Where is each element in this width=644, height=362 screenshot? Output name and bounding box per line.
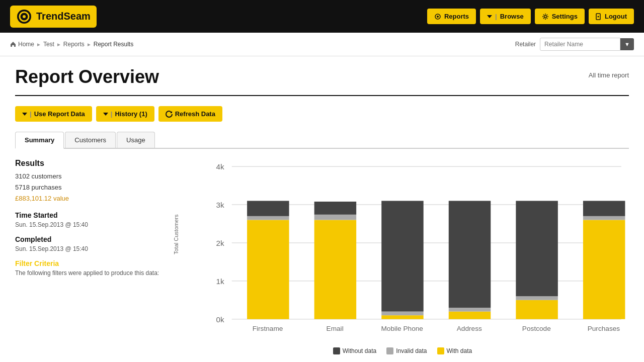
logo-icon [16,9,32,25]
svg-marker-5 [487,15,492,18]
bar-4-with-data [449,312,491,319]
svg-text:Email: Email [327,325,344,332]
bar-6-invalid-data [583,216,625,220]
retailer-dropdown-button[interactable]: ▼ [620,38,634,50]
bar-1-without-data [247,201,289,216]
bar-4-invalid-data [449,308,491,312]
tab-customers[interactable]: Customers [65,132,116,148]
chart-svg: 4k 3k 2k 1k 0k Firstname [201,159,629,342]
filter-criteria-label: Filter Criteria [15,259,166,267]
refresh-data-button[interactable]: Refresh Data [158,106,222,122]
retailer-name-input[interactable] [540,38,620,51]
legend-with-data-label: With data [447,347,472,354]
svg-point-4 [437,16,439,18]
svg-text:3k: 3k [216,201,224,209]
results-value: £883,101.12 value [15,193,166,204]
results-customers: 3102 customers [15,171,166,182]
chart-wrapper: Total Customers 4k 3k 2k 1k 0k [176,159,629,343]
bar-2-with-data [314,220,356,319]
breadcrumb-test[interactable]: Test [43,41,54,48]
svg-text:2k: 2k [216,239,224,247]
breadcrumb-home[interactable]: Home [18,41,34,48]
legend-without-data: Without data [333,347,376,354]
bar-3-without-data [381,201,423,311]
browse-dropdown-icon [487,14,492,19]
legend-invalid-data-label: Invalid data [396,347,427,354]
bar-2-invalid-data [314,215,356,220]
svg-text:1k: 1k [216,277,224,286]
reports-icon [434,13,441,20]
all-time-label: All time report [589,71,629,79]
time-started-label: Time Started [15,211,166,219]
svg-text:Mobile Phone: Mobile Phone [381,325,423,332]
svg-text:0k: 0k [216,315,224,324]
page-title: Report Overview [15,66,159,87]
history-dropdown-icon [103,112,108,117]
svg-point-8 [597,16,599,17]
svg-text:Postcode: Postcode [522,325,551,332]
breadcrumb: Home ► Test ► Reports ► Report Results [10,41,133,48]
nav-buttons: Reports | Browse Settings Logout [427,9,634,24]
logout-button[interactable]: Logout [589,9,634,24]
svg-point-6 [544,15,546,18]
legend-without-data-label: Without data [343,347,376,354]
svg-text:4k: 4k [216,162,224,171]
main-content: Report Overview All time report | Use Re… [0,56,644,362]
y-axis-label: Total Customers [173,214,179,254]
tab-usage[interactable]: Usage [117,132,155,148]
breadcrumb-current: Report Results [94,41,133,48]
legend-with-data-color [437,347,444,354]
legend-invalid-data: Invalid data [386,347,427,354]
results-purchases: 5718 purchases [15,182,166,193]
legend-without-data-color [333,347,340,354]
logo-text: TrendSeam [36,11,91,22]
content-area: Results 3102 customers 5718 purchases £8… [15,159,629,354]
legend-invalid-data-color [386,347,393,354]
use-report-data-button[interactable]: | Use Report Data [15,106,92,122]
refresh-icon [166,111,173,118]
settings-button[interactable]: Settings [535,9,585,24]
bar-3-with-data [381,315,423,319]
svg-text:Address: Address [457,325,482,332]
completed-label: Completed [15,235,166,243]
breadcrumb-bar: Home ► Test ► Reports ► Report Results R… [0,33,644,56]
toolbar: | Use Report Data | History (1) Refresh … [15,106,629,122]
legend-with-data: With data [437,347,472,354]
bar-5-without-data [516,201,557,296]
chart-legend: Without data Invalid data With data [176,347,629,354]
bar-1-invalid-data [247,216,289,220]
svg-marker-10 [103,113,108,116]
header: TrendSeam Reports | Browse Settings Logo… [0,0,644,33]
retailer-label: Retailer [515,41,536,48]
browse-button[interactable]: | Browse [480,9,531,24]
filter-desc: The following filters were applied to pr… [15,269,166,277]
settings-icon [542,13,549,20]
history-button[interactable]: | History (1) [96,106,154,122]
breadcrumb-reports[interactable]: Reports [63,41,85,48]
results-panel: Results 3102 customers 5718 purchases £8… [15,159,166,354]
reports-button[interactable]: Reports [427,9,476,24]
bar-6-with-data [583,220,625,319]
bar-2-without-data [314,202,356,215]
svg-text:Purchases: Purchases [588,325,620,332]
tabs: Summary Customers Usage [15,132,629,149]
time-started-value: Sun. 15.Sep.2013 @ 15:40 [15,221,166,228]
completed-value: Sun. 15.Sep.2013 @ 15:40 [15,245,166,252]
page-header: Report Overview All time report [15,66,629,96]
bar-6-without-data [583,201,625,216]
bar-1-with-data [247,220,289,319]
chart-area: Total Customers 4k 3k 2k 1k 0k [176,159,629,354]
bar-5-with-data [516,300,557,319]
svg-marker-9 [22,113,27,116]
logo: TrendSeam [10,6,97,28]
logout-icon [596,13,602,20]
retailer-area: Retailer ▼ [515,38,634,51]
bar-4-without-data [449,201,491,307]
svg-text:Firstname: Firstname [253,325,283,332]
bar-3-invalid-data [381,312,423,316]
svg-point-2 [23,15,26,18]
dropdown-icon [22,112,27,117]
bar-5-invalid-data [516,296,557,300]
home-icon [10,41,16,47]
tab-summary[interactable]: Summary [15,132,64,149]
